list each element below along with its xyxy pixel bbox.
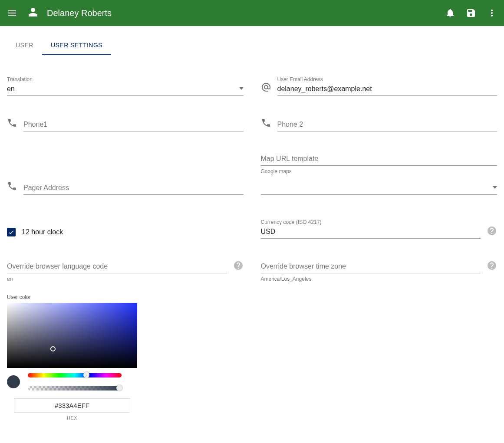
tabs: USER USER SETTINGS [7,36,497,55]
chevron-down-icon [239,84,244,92]
color-swatch [7,375,20,388]
mapurl-select-value [261,182,497,195]
color-saturation-area[interactable] [7,303,137,368]
clock12-field[interactable]: 12 hour clock [7,195,244,239]
at-icon [261,82,271,92]
email-value: delaney_roberts@example.net [277,83,497,96]
clock12-label: 12 hour clock [22,228,63,236]
save-icon[interactable] [466,8,476,18]
tab-user[interactable]: USER [7,36,42,55]
phone1-placeholder: Phone1 [23,119,244,131]
mapurl-field[interactable]: Map URL template Google maps [261,153,497,174]
bell-icon[interactable] [445,8,455,18]
user-color-label: User color [7,294,244,300]
currency-value: USD [261,226,481,239]
email-field[interactable]: User Email Address delaney_roberts@examp… [261,66,497,96]
phone-icon [7,181,17,191]
currency-field[interactable]: Currency code (ISO 4217) USD [261,195,497,239]
page-title: Delaney Roberts [47,8,112,18]
mapurl-hint: Google maps [261,168,497,174]
hue-slider[interactable] [28,373,122,377]
app-header: Delaney Roberts [0,0,504,26]
currency-label: Currency code (ISO 4217) [261,219,481,225]
phone-icon [261,118,271,128]
lang-override-placeholder: Override browser language code [7,261,227,273]
tab-user-settings[interactable]: USER SETTINGS [42,36,111,55]
hex-input[interactable]: #333A4EFF [14,398,130,413]
menu-icon[interactable] [7,8,17,18]
alpha-thumb[interactable] [116,385,122,391]
pager-field[interactable]: Pager Address [7,131,244,195]
mapurl-placeholder: Map URL template [261,153,497,166]
hue-thumb[interactable] [83,372,89,378]
help-icon[interactable] [233,260,244,271]
email-label: User Email Address [277,76,497,82]
tz-override-field[interactable]: Override browser time zone [261,260,497,273]
phone1-field[interactable]: Phone1 [7,96,244,131]
translation-field[interactable]: Translation en [7,66,244,96]
checkbox-checked-icon[interactable] [7,228,16,236]
alpha-slider[interactable] [28,386,122,390]
translation-value: en [7,83,244,96]
phone-icon [7,118,17,128]
translation-label: Translation [7,76,244,82]
chevron-down-icon [493,183,497,190]
tz-override-hint: America/Los_Angeles [261,276,497,282]
color-saturation-thumb[interactable] [50,346,56,351]
mapurl-select[interactable] [261,174,497,195]
lang-override-hint: en [7,276,244,282]
person-icon [28,7,38,20]
user-color-section: User color #333A4EFF HEX [7,294,244,420]
hex-caption: HEX [14,415,130,420]
lang-override-field[interactable]: Override browser language code [7,260,244,273]
more-icon[interactable] [487,8,497,18]
phone2-placeholder: Phone 2 [277,119,497,131]
pager-placeholder: Pager Address [23,182,244,195]
phone2-field[interactable]: Phone 2 [261,96,497,131]
help-icon[interactable] [487,226,497,236]
help-icon[interactable] [487,260,497,271]
tz-override-placeholder: Override browser time zone [261,261,481,273]
